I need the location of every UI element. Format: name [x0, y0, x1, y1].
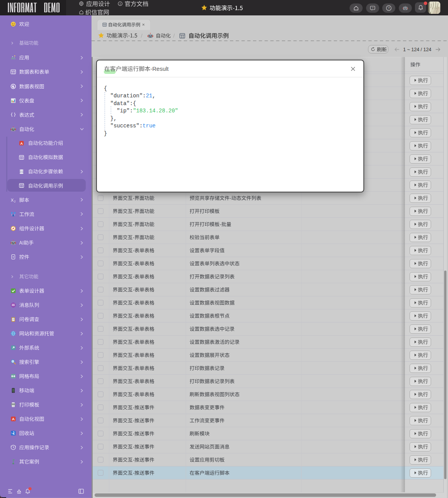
svg-text:?: ? — [372, 7, 373, 9]
svg-text:A: A — [20, 141, 23, 145]
svg-text:A: A — [12, 417, 14, 421]
svg-text:2: 2 — [14, 200, 15, 202]
svg-text:X: X — [10, 197, 13, 202]
svg-text:?: ? — [388, 6, 390, 10]
